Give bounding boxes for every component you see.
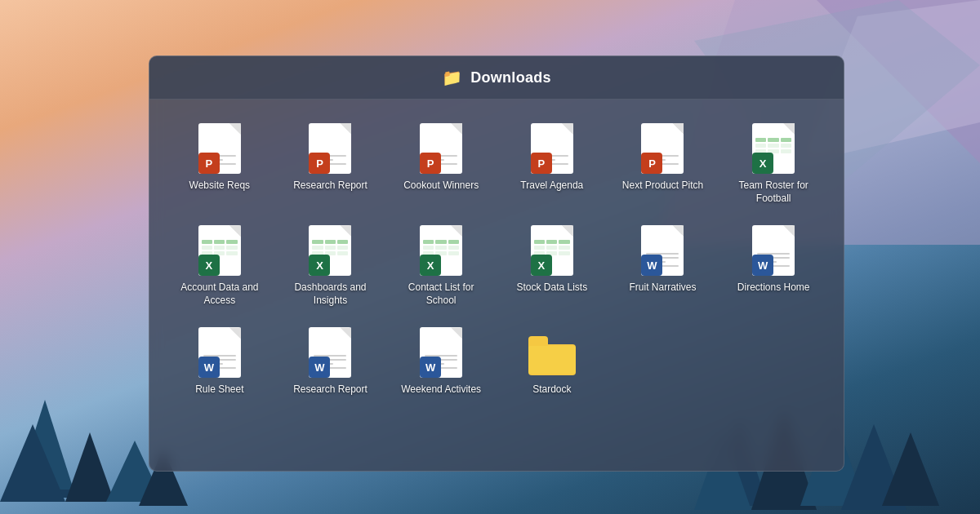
- downloads-window: 📁 Downloads P Website Reqs: [149, 55, 844, 472]
- file-label-weekend-activites: Weekend Activites: [401, 383, 481, 397]
- window-title: Downloads: [470, 69, 551, 86]
- file-icon-cookout-winners: P: [415, 122, 467, 175]
- file-label-next-product-pitch: Next Product Pitch: [622, 179, 703, 193]
- file-item-dashboards-insights[interactable]: X Dashboards and Insights: [277, 216, 385, 315]
- file-label-contact-list-school: Contact List for School: [400, 281, 482, 307]
- svg-marker-6: [65, 432, 114, 502]
- file-item-cookout-winners[interactable]: P Cookout Winners: [387, 114, 495, 213]
- file-icon-account-data: X: [194, 224, 246, 277]
- file-icon-rule-sheet: W: [194, 326, 246, 379]
- file-icon-research-report-1: P: [304, 122, 356, 175]
- file-label-research-report-1: Research Report: [293, 179, 368, 193]
- file-item-fruit-narratives[interactable]: W Fruit Narratives: [609, 216, 717, 315]
- file-icon-dashboards-insights: X: [304, 224, 356, 277]
- file-icon-fruit-narratives: W: [636, 224, 688, 277]
- file-label-dashboards-insights: Dashboards and Insights: [289, 281, 371, 307]
- file-icon-stardock: [526, 326, 578, 379]
- file-item-stock-data-lists[interactable]: X Stock Data Lists: [498, 216, 606, 315]
- file-item-team-roster[interactable]: X Team Roster for Football: [719, 114, 827, 213]
- file-icon-website-reqs: P: [194, 122, 246, 175]
- file-item-travel-agenda[interactable]: P Travel Agenda: [498, 114, 606, 213]
- file-item-directions-home[interactable]: W Directions Home: [719, 216, 827, 315]
- file-item-research-report-2[interactable]: W Research Report: [277, 318, 385, 405]
- files-grid: P Website Reqs P Research Report: [149, 100, 844, 419]
- file-icon-contact-list-school: X: [415, 224, 467, 277]
- file-label-rule-sheet: Rule Sheet: [195, 383, 243, 397]
- file-icon-next-product-pitch: P: [636, 122, 688, 175]
- file-icon-research-report-2: W: [304, 326, 356, 379]
- file-label-website-reqs: Website Reqs: [189, 179, 250, 193]
- file-item-contact-list-school[interactable]: X Contact List for School: [387, 216, 495, 315]
- file-item-rule-sheet[interactable]: W Rule Sheet: [166, 318, 274, 405]
- window-title-bar: 📁 Downloads: [149, 56, 844, 100]
- file-label-team-roster: Team Roster for Football: [733, 179, 814, 205]
- file-item-weekend-activites[interactable]: W Weekend Activites: [387, 318, 495, 405]
- file-item-website-reqs[interactable]: P Website Reqs: [166, 114, 274, 213]
- file-icon-team-roster: X: [747, 122, 800, 175]
- file-item-stardock[interactable]: Stardock: [498, 318, 606, 405]
- file-label-fruit-narratives: Fruit Narratives: [629, 281, 696, 295]
- file-label-travel-agenda: Travel Agenda: [520, 179, 583, 193]
- file-label-stock-data-lists: Stock Data Lists: [516, 281, 587, 295]
- file-item-account-data[interactable]: X Account Data and Access: [166, 216, 274, 315]
- file-label-account-data: Account Data and Access: [179, 281, 261, 307]
- file-label-cookout-winners: Cookout Winners: [403, 179, 479, 193]
- file-label-research-report-2: Research Report: [293, 383, 368, 397]
- file-icon-stock-data-lists: X: [526, 224, 578, 277]
- file-icon-directions-home: W: [747, 224, 800, 277]
- file-icon-weekend-activites: W: [415, 326, 467, 379]
- file-label-directions-home: Directions Home: [737, 281, 810, 295]
- file-item-research-report-1[interactable]: P Research Report: [277, 114, 385, 213]
- folder-icon: 📁: [442, 68, 462, 87]
- file-icon-travel-agenda: P: [526, 122, 578, 175]
- file-item-next-product-pitch[interactable]: P Next Product Pitch: [609, 114, 717, 213]
- file-label-stardock: Stardock: [532, 383, 571, 397]
